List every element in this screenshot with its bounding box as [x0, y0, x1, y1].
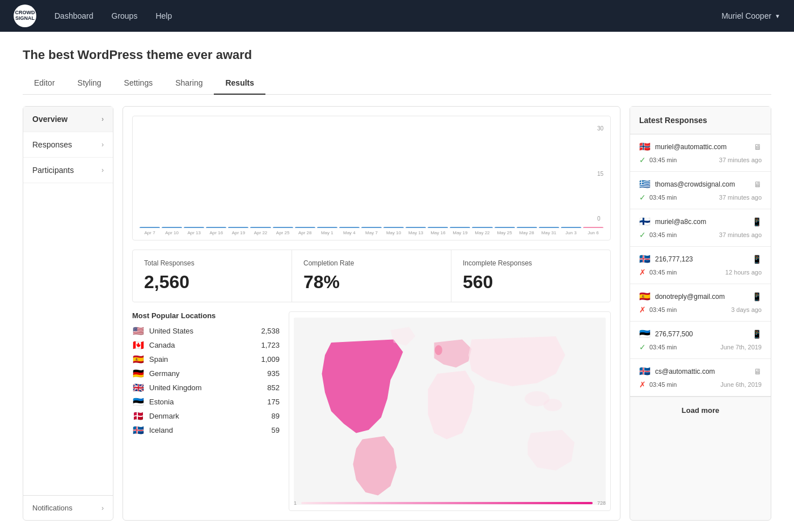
- location-count: 2,538: [261, 327, 280, 335]
- bar-group: [583, 227, 603, 228]
- list-item: 🇬🇧 United Kingdom 852: [132, 383, 280, 392]
- x-label: May 10: [383, 230, 404, 235]
- x-label: Apr 28: [295, 230, 315, 235]
- nav-links: Dashboard Groups Help: [54, 11, 703, 20]
- flag-icon: 🇨🇦: [132, 341, 145, 349]
- y-label-30: 30: [597, 125, 603, 132]
- x-label: Apr 7: [140, 230, 160, 235]
- table-row: 🇬🇷 thomas@crowdsignal.com 🖥 ✓ 03:45 min …: [630, 172, 771, 209]
- x-label: May 7: [361, 230, 382, 235]
- flag-icon: 🇪🇪: [639, 328, 651, 339]
- incomplete-value: 560: [463, 272, 599, 293]
- list-item: 🇪🇸 Spain 1,009: [132, 355, 280, 364]
- chart-bar: [317, 227, 337, 228]
- location-count: 89: [272, 412, 280, 420]
- sidebar-item-participants[interactable]: Participants ›: [23, 158, 113, 183]
- stats-row: Total Responses 2,560 Completion Rate 78…: [132, 250, 611, 302]
- sidebar-item-notifications[interactable]: Notifications ›: [23, 495, 113, 520]
- bar-group: [295, 227, 315, 228]
- check-circle-icon: ✓: [639, 230, 646, 239]
- logo[interactable]: CROWD SIGNAL: [14, 5, 36, 27]
- location-count: 175: [267, 398, 280, 406]
- legend-gradient-bar: [301, 502, 593, 504]
- flag-icon: 🇳🇴: [639, 141, 651, 152]
- nav-dashboard[interactable]: Dashboard: [54, 11, 94, 20]
- list-item: 🇩🇪 Germany 935: [132, 369, 280, 378]
- response-email: thomas@crowdsignal.com: [655, 180, 749, 188]
- response-time: 03:45 min: [649, 231, 677, 238]
- tab-editor[interactable]: Editor: [23, 71, 66, 94]
- chart-bar: [339, 227, 360, 228]
- x-label: May 22: [472, 230, 492, 235]
- sidebar-participants-label: Participants: [32, 166, 74, 175]
- location-name: Iceland: [149, 426, 267, 434]
- sidebar-item-responses[interactable]: Responses ›: [23, 132, 113, 158]
- chart-bar: [472, 227, 492, 228]
- svg-point-2: [543, 399, 562, 411]
- bar-group: [184, 227, 204, 228]
- tab-sharing[interactable]: Sharing: [164, 71, 214, 94]
- response-time: 03:45 min: [649, 306, 677, 313]
- check-circle-icon: ✓: [639, 343, 646, 352]
- list-item: 🇪🇪 Estonia 175: [132, 398, 280, 406]
- response-ago: June 6th, 2019: [720, 381, 762, 388]
- nav-help[interactable]: Help: [155, 11, 172, 20]
- table-row: 🇮🇸 216,777,123 📱 ✗ 03:45 min 12 hours ag…: [630, 247, 771, 284]
- bar-group: [140, 227, 160, 228]
- location-name: Canada: [149, 341, 256, 349]
- bar-group: [406, 227, 426, 228]
- x-label: May 25: [495, 230, 515, 235]
- locations-list: Most Popular Locations 🇺🇸 United States …: [132, 311, 280, 511]
- x-label: Apr 19: [228, 230, 248, 235]
- user-name: Muriel Cooper: [721, 11, 771, 20]
- chart-bar: [428, 227, 448, 228]
- chart-bar: [206, 227, 226, 228]
- locations-title: Most Popular Locations: [132, 311, 280, 320]
- bar-group: [383, 227, 404, 228]
- load-more-button[interactable]: Load more: [630, 396, 771, 424]
- flag-icon: 🇪🇪: [132, 398, 145, 406]
- flag-icon: 🇩🇪: [132, 369, 145, 378]
- user-menu[interactable]: Muriel Cooper ▼: [721, 11, 780, 20]
- response-time: 03:45 min: [649, 381, 677, 388]
- chart-bar: [517, 227, 537, 228]
- response-time: 03:45 min: [649, 269, 677, 276]
- x-label: Apr 25: [273, 230, 293, 235]
- chevron-right-icon: ›: [102, 141, 104, 149]
- check-circle-icon: ✓: [639, 193, 646, 202]
- flag-icon: 🇬🇷: [639, 179, 651, 189]
- flag-icon: 🇮🇸: [132, 426, 145, 434]
- chart-bar: [250, 227, 271, 228]
- location-count: 935: [267, 369, 280, 378]
- notifications-label: Notifications: [32, 504, 73, 512]
- svg-point-3: [435, 345, 442, 355]
- x-circle-icon: ✗: [639, 305, 646, 314]
- chart-bars-area: [140, 125, 603, 228]
- bar-group: [273, 227, 293, 228]
- total-responses-label: Total Responses: [144, 259, 280, 267]
- location-name: Denmark: [149, 412, 267, 420]
- tabs-bar: Editor Styling Settings Sharing Results: [23, 71, 771, 95]
- flag-icon: 🇫🇮: [639, 216, 651, 227]
- nav-groups[interactable]: Groups: [112, 11, 138, 20]
- bar-group: [206, 227, 226, 228]
- chevron-down-icon: ▼: [775, 13, 780, 19]
- response-chart: Apr 7Apr 10Apr 13Apr 16Apr 19Apr 22Apr 2…: [132, 116, 611, 240]
- tab-styling[interactable]: Styling: [66, 71, 113, 94]
- list-item: 🇨🇦 Canada 1,723: [132, 341, 280, 349]
- map-svg: [294, 316, 606, 506]
- location-name: Estonia: [149, 398, 263, 406]
- device-icon: 📱: [752, 330, 762, 339]
- location-count: 852: [267, 383, 280, 392]
- x-label: Apr 22: [250, 230, 271, 235]
- bar-group: [517, 227, 537, 228]
- response-ago: 3 days ago: [731, 306, 762, 313]
- response-time: 03:45 min: [649, 344, 677, 351]
- check-circle-icon: ✓: [639, 155, 646, 164]
- tab-settings[interactable]: Settings: [113, 71, 164, 94]
- stat-completion-rate: Completion Rate 78%: [292, 250, 451, 302]
- tab-results[interactable]: Results: [214, 71, 265, 94]
- flag-icon: 🇪🇸: [132, 355, 145, 364]
- stat-total-responses: Total Responses 2,560: [133, 250, 292, 302]
- sidebar-item-overview[interactable]: Overview ›: [23, 107, 113, 132]
